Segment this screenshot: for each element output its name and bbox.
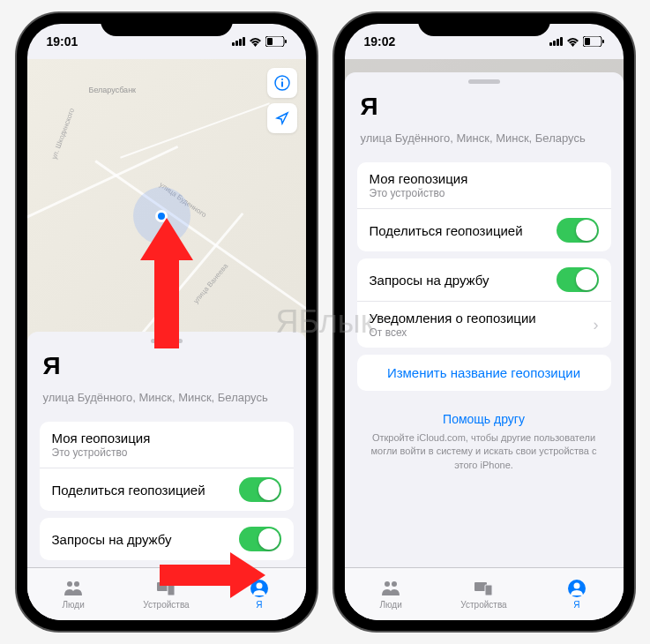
map-street-label: ул. Шкодинского — [49, 107, 75, 160]
people-icon — [63, 579, 84, 598]
locate-button[interactable] — [267, 103, 297, 133]
my-location-label: Моя геопозиция — [52, 431, 151, 446]
sheet-title: Я — [345, 89, 624, 128]
tab-people-label: Люди — [63, 600, 85, 610]
share-location-label: Поделиться геопозицией — [370, 223, 523, 238]
my-location-sublabel: Это устройство — [52, 446, 151, 459]
tab-me[interactable]: Я — [530, 568, 623, 620]
svg-rect-1 — [267, 38, 273, 45]
help-friend-link[interactable]: Помощь другу — [366, 412, 602, 426]
wifi-icon — [566, 37, 579, 47]
help-friend-text: Откройте iCloud.com, чтобы другие пользо… — [366, 431, 602, 472]
tab-bar: Люди Устройства Я — [345, 567, 624, 620]
my-location-sublabel: Это устройство — [370, 187, 468, 199]
share-location-toggle[interactable] — [239, 477, 281, 502]
phone-left: 19:01 Беларусбанк улица Буденного ул. Шк… — [17, 13, 317, 631]
people-icon — [380, 579, 401, 598]
status-time: 19:01 — [47, 34, 78, 49]
svg-point-15 — [385, 581, 390, 587]
svg-point-6 — [67, 581, 72, 587]
location-notifications-label: Уведомления о геопозиции — [370, 311, 536, 326]
svg-rect-13 — [585, 38, 590, 45]
tab-devices-label: Устройства — [143, 600, 189, 610]
my-location-label: Моя геопозиция — [370, 171, 468, 186]
tab-devices-label: Устройства — [460, 600, 506, 610]
status-indicators — [549, 36, 604, 47]
tab-people-label: Люди — [380, 600, 402, 610]
tab-devices[interactable]: Устройства — [437, 568, 530, 620]
svg-point-4 — [281, 79, 283, 80]
tab-me-label: Я — [573, 600, 579, 610]
notch — [418, 13, 550, 36]
address-label: улица Будённого, Минск, Минск, Беларусь — [27, 387, 306, 415]
share-location-row[interactable]: Поделиться геопозицией — [357, 209, 611, 251]
my-location-row[interactable]: Моя геопозиция Это устройство — [40, 422, 294, 468]
notch — [101, 13, 233, 36]
signal-icon — [549, 37, 563, 46]
tab-people[interactable]: Люди — [345, 568, 437, 620]
friend-requests-row[interactable]: Запросы на дружбу — [357, 258, 611, 302]
location-arrow-icon — [275, 111, 289, 125]
info-icon — [274, 75, 290, 91]
friend-requests-toggle[interactable] — [557, 267, 599, 292]
status-time: 19:02 — [364, 34, 396, 49]
friend-requests-label: Запросы на дружбу — [52, 532, 172, 547]
me-icon — [566, 579, 587, 598]
info-button[interactable] — [267, 68, 297, 98]
map-poi: Беларусбанк — [89, 86, 137, 94]
svg-rect-14 — [602, 40, 604, 43]
status-indicators — [232, 36, 287, 47]
chevron-right-icon: › — [594, 316, 599, 334]
share-location-row[interactable]: Поделиться геопозицией — [40, 468, 294, 511]
svg-rect-18 — [485, 585, 492, 595]
battery-icon — [583, 36, 604, 47]
address-label: улица Будённого, Минск, Минск, Беларусь — [345, 128, 624, 155]
share-location-label: Поделиться геопозицией — [52, 483, 205, 498]
sheet-title: Я — [27, 348, 306, 387]
svg-point-20 — [573, 583, 579, 589]
share-location-toggle[interactable] — [557, 218, 599, 243]
signal-icon — [232, 37, 245, 46]
battery-icon — [265, 36, 287, 47]
svg-rect-5 — [281, 82, 283, 87]
friend-requests-label: Запросы на дружбу — [370, 273, 489, 288]
bottom-sheet-expanded[interactable]: Я улица Будённого, Минск, Минск, Беларус… — [345, 72, 624, 620]
friend-requests-toggle[interactable] — [239, 527, 281, 551]
my-location-row[interactable]: Моя геопозиция Это устройство — [357, 162, 611, 209]
svg-rect-2 — [285, 40, 287, 43]
map-view[interactable]: Беларусбанк улица Буденного ул. Шкодинск… — [27, 59, 306, 359]
svg-point-7 — [74, 581, 79, 587]
help-friend-section: Помощь другу Откройте iCloud.com, чтобы … — [345, 398, 624, 486]
grabber-handle[interactable] — [468, 79, 500, 84]
wifi-icon — [249, 37, 262, 47]
svg-point-16 — [392, 581, 397, 587]
tab-me-label: Я — [256, 600, 262, 610]
tab-people[interactable]: Люди — [27, 568, 120, 620]
location-notifications-sublabel: От всех — [370, 326, 536, 339]
phone-right: 19:02 Я улица Будённого, Минск, Минск, Б… — [334, 13, 634, 631]
edit-location-name-button[interactable]: Изменить название геопозиции — [357, 355, 611, 391]
location-notifications-row[interactable]: Уведомления о геопозиции От всех › — [357, 302, 611, 348]
devices-icon — [473, 579, 494, 598]
